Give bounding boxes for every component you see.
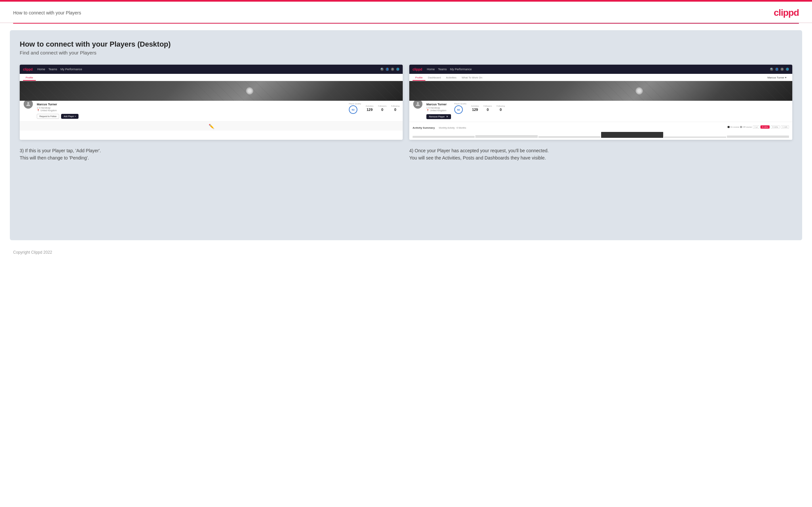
period-1mth-button[interactable]: 1 mth <box>781 125 789 129</box>
legend-off-course-label: Off course <box>743 126 752 128</box>
description-row: 3) If this is your Player tap, 'Add Play… <box>20 147 792 162</box>
request-follow-button[interactable]: Request to Follow <box>37 114 59 119</box>
right-following-label: Following <box>497 105 505 107</box>
right-chart-area <box>413 131 789 138</box>
left-hero-image <box>20 81 403 101</box>
left-nav-performance[interactable]: My Performance <box>60 68 82 71</box>
right-quality-group: Player Quality 92 <box>454 103 466 114</box>
right-hero-image <box>409 81 792 101</box>
right-player-handicap: 1-5 Handicap <box>426 107 451 109</box>
chart-bar-3 <box>539 136 601 138</box>
right-app-nav: clippd Home Teams My Performance 🔍 👤 ⚙ 🌐 <box>409 65 792 74</box>
right-tab-profile[interactable]: Profile <box>413 75 425 81</box>
left-profile-stats: Player Quality 92 Activities 129 Followe… <box>349 103 399 114</box>
right-followers-value: 0 <box>484 108 492 112</box>
right-activities-group: Activities 129 <box>471 105 479 112</box>
edit-icon: ✏️ <box>209 124 214 129</box>
right-globe-icon[interactable]: 🌐 <box>786 68 789 71</box>
legend-off-course: Off course <box>740 126 752 128</box>
right-user-icon[interactable]: 👤 <box>775 68 778 71</box>
left-nav-icons: 🔍 👤 ⚙ 🌐 <box>380 68 399 71</box>
right-quality-circle: 92 <box>454 105 463 114</box>
left-nav-home[interactable]: Home <box>37 68 45 71</box>
right-nav-home[interactable]: Home <box>427 68 435 71</box>
left-nav-teams[interactable]: Teams <box>48 68 57 71</box>
left-player-handicap: 1-5 Handicap <box>37 107 346 109</box>
left-tab-bar: Profile <box>20 74 403 81</box>
right-nav-teams[interactable]: Teams <box>438 68 447 71</box>
right-quality-label: Player Quality <box>454 103 466 105</box>
legend-on-course: On course <box>727 126 740 128</box>
remove-x-icon: ✕ <box>446 115 448 118</box>
chart-bar-5 <box>664 136 726 138</box>
left-search-icon[interactable]: 🔍 <box>380 68 384 71</box>
right-following-group: Following 0 <box>497 105 505 112</box>
left-quality-circle: 92 <box>349 105 357 114</box>
clippd-logo: clippd <box>774 8 799 18</box>
page-title: How to connect with your Players (Deskto… <box>20 40 792 49</box>
left-following-group: Following 0 <box>391 105 399 112</box>
left-player-country: 📍 United Kingdom <box>37 109 346 112</box>
add-player-button[interactable]: Add Player + <box>61 114 79 119</box>
right-followers-label: Followers <box>484 105 492 107</box>
left-followers-group: Followers 0 <box>378 105 387 112</box>
period-6mths-button[interactable]: 6 mths <box>760 125 770 129</box>
right-tab-bar: Profile Dashboard Activities What To Wor… <box>409 74 792 81</box>
right-tab-dashboard[interactable]: Dashboard <box>425 75 444 81</box>
location-icon: 📍 <box>37 109 40 112</box>
right-tab-what-to-work-on[interactable]: What To Work On <box>459 75 485 81</box>
left-followers-value: 0 <box>378 108 387 112</box>
right-activities-value: 129 <box>471 108 479 112</box>
period-1yr-button[interactable]: 1 yr <box>753 125 759 129</box>
right-user-label[interactable]: Marcus Turner ▾ <box>765 75 789 81</box>
description-left: 3) If this is your Player tap, 'Add Play… <box>20 147 403 162</box>
remove-player-label: Remove Player <box>429 115 445 118</box>
left-activities-value: 129 <box>366 108 373 112</box>
left-bottom-area: ✏️ <box>20 121 403 130</box>
svg-point-1 <box>417 102 419 104</box>
left-followers-label: Followers <box>378 105 387 107</box>
left-quality-group: Player Quality 92 <box>349 103 361 114</box>
header-divider <box>13 23 799 23</box>
left-following-value: 0 <box>391 108 399 112</box>
main-content: How to connect with your Players (Deskto… <box>10 30 802 240</box>
left-nav-items: Home Teams My Performance <box>37 68 380 71</box>
left-profile-info: Marcus Turner 1-5 Handicap 📍 United King… <box>37 103 346 119</box>
right-tab-activities[interactable]: Activities <box>444 75 459 81</box>
legend-on-course-dot <box>727 126 729 128</box>
right-nav-items: Home Teams My Performance <box>427 68 770 71</box>
screenshot-right: clippd Home Teams My Performance 🔍 👤 ⚙ 🌐… <box>409 65 792 140</box>
right-nav-logo: clippd <box>413 68 422 71</box>
right-activity-subtitle: Monthly Activity · 6 Months <box>439 127 466 129</box>
right-location-icon: 📍 <box>426 109 429 112</box>
right-profile-top: Marcus Turner 1-5 Handicap 📍 United King… <box>413 103 505 119</box>
page-footer: Copyright Clippd 2022 <box>0 247 812 259</box>
right-tabs: Profile Dashboard Activities What To Wor… <box>413 75 485 81</box>
description-right: 4) Once your Player has accepted your re… <box>409 147 792 162</box>
left-tab-profile[interactable]: Profile <box>23 75 36 81</box>
left-following-label: Following <box>391 105 399 107</box>
right-nav-icons: 🔍 👤 ⚙ 🌐 <box>770 68 789 71</box>
right-player-name: Marcus Turner <box>426 103 451 106</box>
right-settings-icon[interactable]: ⚙ <box>780 68 784 71</box>
page-header-title: How to connect with your Players <box>13 10 81 15</box>
right-activity-bar: Activity Summary Monthly Activity · 6 Mo… <box>409 122 792 140</box>
left-app-nav: clippd Home Teams My Performance 🔍 👤 ⚙ 🌐 <box>20 65 403 74</box>
left-globe-icon[interactable]: 🌐 <box>396 68 399 71</box>
page-subtitle: Find and connect with your Players <box>20 50 792 55</box>
right-activities-label: Activities <box>471 105 479 107</box>
right-search-icon[interactable]: 🔍 <box>770 68 773 71</box>
right-activity-titles: Activity Summary Monthly Activity · 6 Mo… <box>413 124 466 130</box>
left-user-icon[interactable]: 👤 <box>386 68 389 71</box>
right-player-country: 📍 United Kingdom <box>426 109 451 112</box>
right-profile-info: Marcus Turner 1-5 Handicap 📍 United King… <box>426 103 451 119</box>
chart-bar-2 <box>475 135 538 138</box>
svg-point-0 <box>27 102 29 104</box>
period-3mths-button[interactable]: 3 mths <box>771 125 780 129</box>
chart-bar-1 <box>413 136 475 138</box>
right-nav-performance[interactable]: My Performance <box>450 68 472 71</box>
copyright-text: Copyright Clippd 2022 <box>13 250 52 255</box>
remove-player-button[interactable]: Remove Player ✕ <box>426 114 451 119</box>
left-settings-icon[interactable]: ⚙ <box>391 68 394 71</box>
left-activities-label: Activities <box>366 105 373 107</box>
